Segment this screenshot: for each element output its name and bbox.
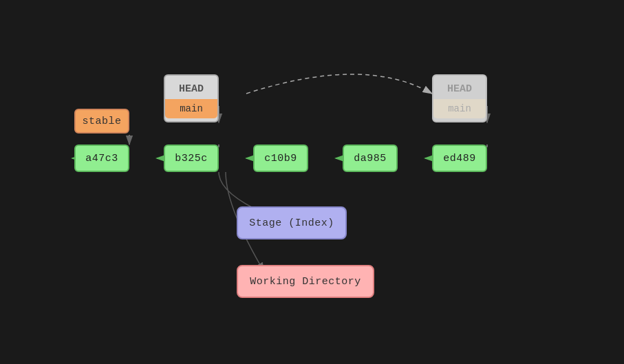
commit-b325c: b325c	[164, 144, 219, 172]
head-dim-branch: main	[433, 99, 486, 118]
commit-c10b9: c10b9	[253, 144, 308, 172]
commit-b325c-label: b325c	[175, 153, 208, 164]
head-dim: HEAD main	[432, 74, 487, 122]
arrows-svg	[0, 0, 624, 364]
head-dim-label: HEAD	[433, 79, 486, 99]
stage-box: Stage (Index)	[237, 206, 347, 239]
commit-ed489-label: ed489	[443, 153, 476, 164]
commit-da985-label: da985	[354, 153, 387, 164]
stable-text: stable	[82, 116, 121, 127]
head-active-branch: main	[165, 99, 217, 118]
workdir-label: Working Directory	[250, 276, 361, 288]
commit-c10b9-label: c10b9	[264, 153, 297, 164]
commit-da985: da985	[343, 144, 398, 172]
commit-a47c3: a47c3	[74, 144, 129, 172]
head-active-label: HEAD	[165, 79, 217, 99]
head-active: HEAD main	[164, 74, 219, 122]
commit-a47c3-label: a47c3	[85, 153, 118, 164]
workdir-box: Working Directory	[237, 265, 374, 298]
stage-label: Stage (Index)	[249, 217, 334, 229]
label-stable: stable	[74, 109, 129, 133]
commit-ed489: ed489	[432, 144, 487, 172]
git-diagram: a47c3 b325c c10b9 da985 ed489 stable HEA…	[0, 0, 624, 364]
